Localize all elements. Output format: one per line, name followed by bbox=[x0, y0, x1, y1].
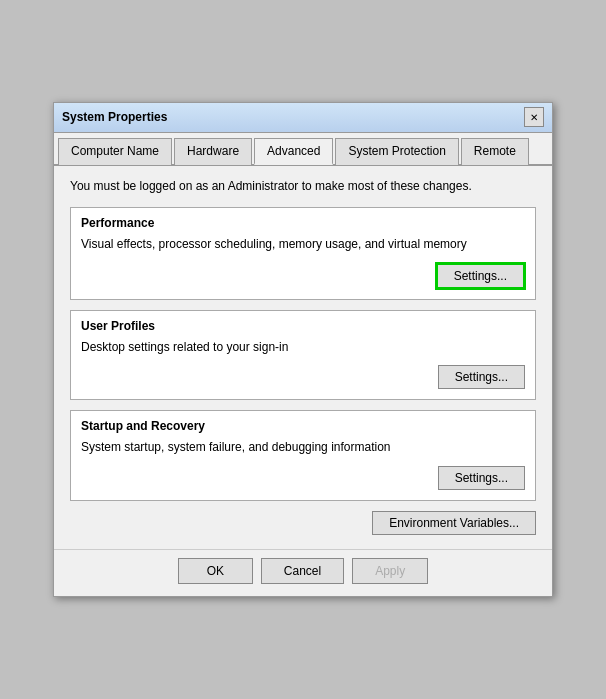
user-profiles-section: User Profiles Desktop settings related t… bbox=[70, 310, 536, 401]
apply-button[interactable]: Apply bbox=[352, 558, 428, 584]
tab-hardware[interactable]: Hardware bbox=[174, 138, 252, 165]
ok-button[interactable]: OK bbox=[178, 558, 253, 584]
performance-title: Performance bbox=[81, 216, 525, 230]
tab-content: You must be logged on as an Administrato… bbox=[54, 166, 552, 549]
close-button[interactable]: ✕ bbox=[524, 107, 544, 127]
tab-advanced[interactable]: Advanced bbox=[254, 138, 333, 165]
startup-recovery-description: System startup, system failure, and debu… bbox=[81, 439, 525, 456]
user-profiles-description: Desktop settings related to your sign-in bbox=[81, 339, 525, 356]
tab-computer-name[interactable]: Computer Name bbox=[58, 138, 172, 165]
dialog-footer: OK Cancel Apply bbox=[54, 549, 552, 596]
admin-notice: You must be logged on as an Administrato… bbox=[70, 178, 536, 195]
env-variables-row: Environment Variables... bbox=[70, 511, 536, 535]
user-profiles-footer: Settings... bbox=[81, 365, 525, 389]
performance-description: Visual effects, processor scheduling, me… bbox=[81, 236, 525, 253]
tab-remote[interactable]: Remote bbox=[461, 138, 529, 165]
startup-recovery-title: Startup and Recovery bbox=[81, 419, 525, 433]
performance-section: Performance Visual effects, processor sc… bbox=[70, 207, 536, 300]
environment-variables-button[interactable]: Environment Variables... bbox=[372, 511, 536, 535]
performance-footer: Settings... bbox=[81, 263, 525, 289]
tab-system-protection[interactable]: System Protection bbox=[335, 138, 458, 165]
window-title: System Properties bbox=[62, 110, 167, 124]
startup-recovery-section: Startup and Recovery System startup, sys… bbox=[70, 410, 536, 501]
user-profiles-title: User Profiles bbox=[81, 319, 525, 333]
title-bar-controls: ✕ bbox=[524, 107, 544, 127]
system-properties-window: System Properties ✕ Computer Name Hardwa… bbox=[53, 102, 553, 597]
tab-bar: Computer Name Hardware Advanced System P… bbox=[54, 133, 552, 166]
startup-recovery-settings-button[interactable]: Settings... bbox=[438, 466, 525, 490]
startup-recovery-footer: Settings... bbox=[81, 466, 525, 490]
performance-settings-button[interactable]: Settings... bbox=[436, 263, 525, 289]
title-bar: System Properties ✕ bbox=[54, 103, 552, 133]
cancel-button[interactable]: Cancel bbox=[261, 558, 344, 584]
user-profiles-settings-button[interactable]: Settings... bbox=[438, 365, 525, 389]
